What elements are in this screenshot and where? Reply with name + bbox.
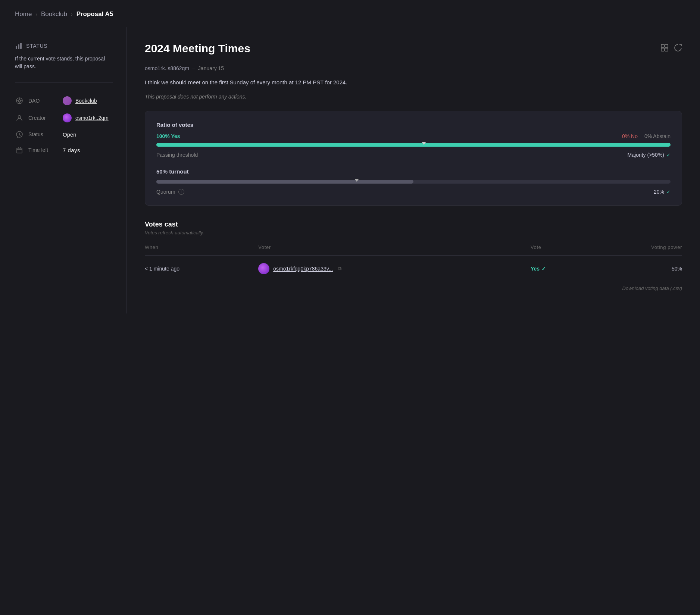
proposal-author[interactable]: osmo1rk..s8862qm <box>145 65 189 71</box>
quorum-info-icon[interactable]: i <box>178 189 184 195</box>
vote-power: 50% <box>581 256 682 275</box>
quorum-label: Quorum <box>156 189 175 195</box>
turnout-progress-bar <box>156 180 671 184</box>
breadcrumb-sep-1: › <box>35 11 37 17</box>
votes-table: When Voter Vote Voting power < 1 minute … <box>145 244 682 274</box>
header-icons <box>660 44 682 53</box>
vote-yes-badge: Yes ✓ <box>531 266 581 272</box>
meta-sep: – <box>192 65 195 71</box>
sidebar-status-header: Status <box>15 42 113 50</box>
sidebar-meta-time-row: Time left 7 days <box>15 146 113 154</box>
col-vote: Vote <box>531 244 581 256</box>
creator-icon <box>15 114 24 122</box>
sidebar-status-section: Status If the current vote stands, this … <box>15 42 113 83</box>
threshold-row: Passing threshold Majority (>50%) ✓ <box>156 152 671 158</box>
vote-when: < 1 minute ago <box>145 256 258 275</box>
breadcrumb: Home › Bookclub › Proposal A5 <box>0 0 700 27</box>
proposal-no-action: This proposal does not perform any actio… <box>145 94 682 100</box>
svg-rect-16 <box>665 44 668 47</box>
vote-choice: Yes ✓ <box>531 256 581 275</box>
ratio-section: Ratio of votes 100% Yes 0% No 0% Abstain… <box>156 122 671 158</box>
sidebar-status-label: Status <box>26 43 47 49</box>
svg-rect-18 <box>665 48 668 51</box>
status-icon <box>15 131 24 138</box>
refresh-icon[interactable] <box>674 44 682 53</box>
threshold-label: Passing threshold <box>156 152 198 158</box>
dao-name[interactable]: Bookclub <box>75 98 97 104</box>
turnout-progress-fill <box>156 180 413 184</box>
votes-cast-section: Votes cast Votes refresh automatically. … <box>145 221 682 291</box>
status-value: Open <box>63 131 76 138</box>
proposal-meta: osmo1rk..s8862qm – January 15 <box>145 65 682 71</box>
svg-point-4 <box>18 100 21 102</box>
breadcrumb-home[interactable]: Home <box>15 10 32 18</box>
breadcrumb-bookclub[interactable]: Bookclub <box>41 10 67 18</box>
download-csv-link[interactable]: Download voting data (.csv) <box>145 285 682 291</box>
time-icon <box>15 146 24 154</box>
ratio-label: Ratio of votes <box>156 122 671 128</box>
threshold-check-icon: ✓ <box>666 152 671 158</box>
copy-icon[interactable]: ⧉ <box>338 266 341 272</box>
proposal-title: 2024 Meeting Times <box>145 42 250 55</box>
sidebar-meta-creator-row: Creator osmo1rk..2qm <box>15 113 113 122</box>
votes-card: Ratio of votes 100% Yes 0% No 0% Abstain… <box>145 111 682 206</box>
creator-address[interactable]: osmo1rk..2qm <box>75 115 109 121</box>
svg-rect-11 <box>17 148 22 153</box>
threshold-value: Majority (>50%) ✓ <box>628 152 671 158</box>
creator-avatar <box>63 113 72 122</box>
main-content: 2024 Meeting Times <box>127 27 700 313</box>
voter-address[interactable]: osmo1rkfqq0kp786a33v... <box>273 266 333 272</box>
proposal-date: January 15 <box>198 65 224 71</box>
svg-rect-15 <box>661 44 664 47</box>
status-row-label: Status <box>28 131 58 137</box>
turnout-section: 50% turnout Quorum i 20% ✓ <box>156 168 671 195</box>
dao-icon <box>15 97 24 104</box>
sidebar-meta-status-row: Status Open <box>15 131 113 138</box>
breadcrumb-sep-2: › <box>71 11 73 17</box>
vote-no-label: 0% No <box>622 133 638 139</box>
svg-point-9 <box>18 116 21 118</box>
vote-yes-label: 100% Yes <box>156 133 180 139</box>
col-power: Voting power <box>581 244 682 256</box>
dao-value: Bookclub <box>63 96 97 105</box>
sidebar: Status If the current vote stands, this … <box>0 27 127 313</box>
time-label: Time left <box>28 147 58 153</box>
vote-ratio-row: 100% Yes 0% No 0% Abstain <box>156 133 671 139</box>
sidebar-meta-dao-row: DAO Bookclub <box>15 96 113 105</box>
votes-table-header: When Voter Vote Voting power <box>145 244 682 256</box>
proposal-description: I think we should meet on the first Sund… <box>145 78 682 87</box>
col-voter: Voter <box>258 244 531 256</box>
turnout-threshold-marker <box>354 179 359 182</box>
time-value: 7 days <box>63 147 80 153</box>
quorum-value: 20% ✓ <box>654 189 671 195</box>
sidebar-meta: DAO Bookclub Creator osmo1rk..2qm <box>15 96 113 154</box>
creator-label: Creator <box>28 115 58 121</box>
table-row: < 1 minute ago osmo1rkfqq0kp786a33v... ⧉… <box>145 256 682 275</box>
votes-cast-title: Votes cast <box>145 221 682 228</box>
votes-cast-subtitle: Votes refresh automatically. <box>145 230 682 235</box>
proposal-header: 2024 Meeting Times <box>145 42 682 55</box>
ratio-progress-bar <box>156 143 671 147</box>
creator-value: osmo1rk..2qm <box>63 113 109 122</box>
col-when: When <box>145 244 258 256</box>
vote-check: ✓ <box>541 266 546 272</box>
vote-voter: osmo1rkfqq0kp786a33v... ⧉ <box>258 256 531 275</box>
ratio-progress-fill <box>156 143 671 147</box>
vote-abstain-label: 0% Abstain <box>644 133 671 139</box>
dao-avatar <box>63 96 72 105</box>
layout-icon[interactable] <box>660 44 669 53</box>
voter-avatar <box>258 263 269 274</box>
quorum-check-icon: ✓ <box>666 189 671 195</box>
svg-rect-0 <box>16 46 17 49</box>
svg-rect-1 <box>18 44 19 49</box>
svg-rect-17 <box>661 48 664 51</box>
dao-label: DAO <box>28 98 58 104</box>
turnout-label: 50% turnout <box>156 168 671 175</box>
ratio-threshold-marker <box>422 142 426 145</box>
status-bar-icon <box>15 42 22 50</box>
breadcrumb-proposal: Proposal A5 <box>76 10 113 18</box>
quorum-row: Quorum i 20% ✓ <box>156 189 671 195</box>
quorum-label-group: Quorum i <box>156 189 184 195</box>
sidebar-status-text: If the current vote stands, this proposa… <box>15 55 113 71</box>
svg-rect-2 <box>20 43 22 49</box>
